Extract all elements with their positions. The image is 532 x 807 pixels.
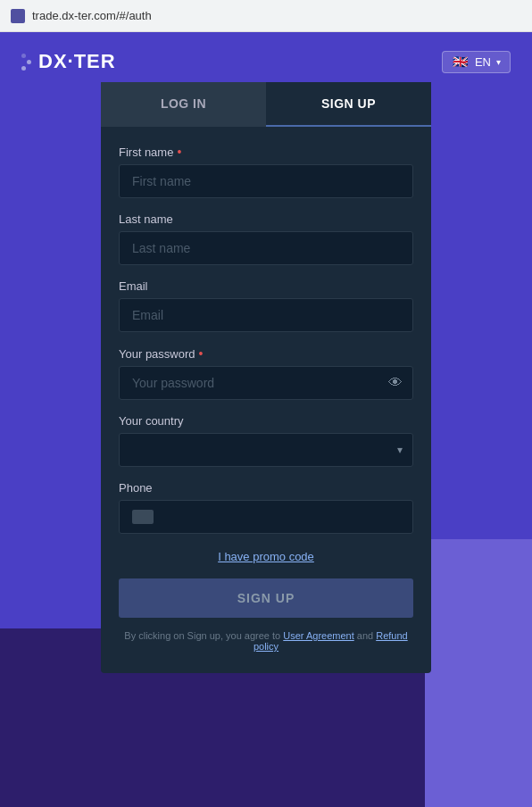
country-select[interactable]: [119, 433, 413, 467]
country-select-wrapper: ▾: [119, 433, 413, 467]
password-label: Your password •: [119, 346, 413, 361]
page: DX·TER 🇬🇧 EN ▾ LOG IN SIGN UP First name…: [0, 32, 532, 807]
last-name-input[interactable]: [119, 231, 413, 265]
browser-bar: trade.dx-ter.com/#/auth: [0, 0, 532, 32]
first-name-field-group: First name •: [119, 145, 413, 198]
user-agreement-link[interactable]: User Agreement: [283, 630, 353, 641]
promo-link[interactable]: I have promo code: [218, 550, 314, 563]
password-wrapper: 👁: [119, 366, 413, 400]
phone-input-wrapper[interactable]: [119, 500, 413, 534]
browser-url: trade.dx-ter.com/#/auth: [32, 9, 152, 22]
last-name-label: Last name: [119, 212, 413, 226]
auth-tabs: LOG IN SIGN UP: [101, 82, 431, 127]
logo-dots: [21, 53, 31, 71]
browser-favicon: [11, 9, 25, 23]
flag-icon: 🇬🇧: [452, 55, 470, 68]
header: DX·TER 🇬🇧 EN ▾: [0, 32, 532, 82]
promo-link-container: I have promo code: [119, 548, 413, 564]
required-dot-password: •: [199, 346, 204, 361]
legal-before: By clicking on Sign up, you agree to: [124, 630, 283, 641]
country-label: Your country: [119, 414, 413, 428]
chevron-down-icon: ▾: [496, 57, 501, 67]
phone-label: Phone: [119, 481, 413, 495]
country-field-group: Your country ▾: [119, 414, 413, 467]
email-field-group: Email: [119, 279, 413, 332]
last-name-field-group: Last name: [119, 212, 413, 265]
legal-text: By clicking on Sign up, you agree to Use…: [119, 630, 413, 652]
first-name-label: First name •: [119, 145, 413, 159]
eye-icon[interactable]: 👁: [388, 375, 403, 391]
required-dot: •: [177, 145, 181, 159]
language-button[interactable]: 🇬🇧 EN ▾: [442, 51, 511, 73]
signup-form: First name • Last name Email: [101, 145, 431, 652]
logo-text: DX·TER: [38, 50, 116, 73]
signup-button[interactable]: SIGN UP: [119, 578, 413, 618]
lang-label: EN: [475, 55, 491, 69]
email-label: Email: [119, 279, 413, 293]
auth-card: LOG IN SIGN UP First name • Last name: [101, 82, 431, 673]
phone-flag-icon: [132, 510, 154, 524]
tab-login[interactable]: LOG IN: [101, 82, 266, 127]
logo: DX·TER: [21, 50, 116, 73]
first-name-input[interactable]: [119, 164, 413, 198]
tab-signup[interactable]: SIGN UP: [266, 82, 431, 127]
password-input[interactable]: [119, 366, 413, 400]
legal-middle: and: [354, 630, 376, 641]
phone-field-group: Phone: [119, 481, 413, 534]
password-field-group: Your password • 👁: [119, 346, 413, 400]
email-input[interactable]: [119, 298, 413, 332]
